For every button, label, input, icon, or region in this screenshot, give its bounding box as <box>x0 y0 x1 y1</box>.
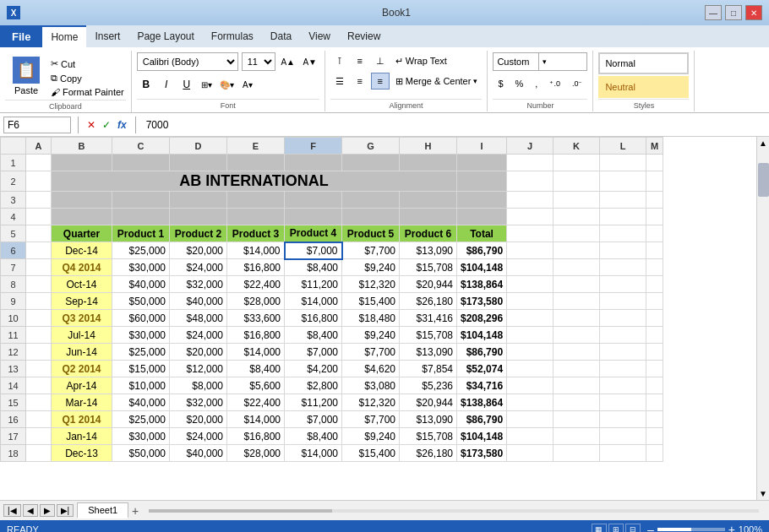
menu-formulas[interactable]: Formulas <box>203 25 262 47</box>
cell-f5[interactable]: Product 4 <box>285 225 342 242</box>
sheet-prev-button[interactable]: ◀ <box>23 504 38 517</box>
align-left-button[interactable]: ☰ <box>330 73 349 90</box>
cell-g10[interactable]: $18,480 <box>342 310 400 327</box>
cell-f16[interactable]: $7,000 <box>285 411 342 428</box>
cell-m17[interactable] <box>646 428 663 445</box>
cell-m16[interactable] <box>646 411 663 428</box>
row-num-8[interactable]: 8 <box>1 276 26 293</box>
cell-g11[interactable]: $9,240 <box>342 327 400 344</box>
cell-g7[interactable]: $9,240 <box>342 259 400 276</box>
wrap-text-button[interactable]: ↵ Wrap Text <box>391 52 451 69</box>
col-header-d[interactable]: D <box>170 138 227 155</box>
cell-j2[interactable] <box>507 171 554 192</box>
cell-a17[interactable] <box>26 428 52 445</box>
cell-d12[interactable]: $20,000 <box>170 344 227 361</box>
number-format-dropdown[interactable]: Custom ▾ <box>493 52 587 71</box>
cell-j16[interactable] <box>507 411 554 428</box>
cell-k17[interactable] <box>554 428 600 445</box>
menu-page-layout[interactable]: Page Layout <box>128 25 202 47</box>
page-layout-view-button[interactable]: ⊞ <box>608 524 624 532</box>
merge-center-button[interactable]: ⊞ Merge & Center ▾ <box>391 73 483 90</box>
cell-e11[interactable]: $16,800 <box>227 327 285 344</box>
row-num-9[interactable]: 9 <box>1 293 26 310</box>
row-num-15[interactable]: 15 <box>1 394 26 411</box>
cell-b6[interactable]: Dec-14 <box>52 242 112 259</box>
cell-c15[interactable]: $40,000 <box>112 394 170 411</box>
cell-m2[interactable] <box>646 171 663 192</box>
copy-button[interactable]: ⧉ Copy <box>49 72 126 84</box>
decrease-decimal-button[interactable]: .0⁻ <box>567 75 588 92</box>
neutral-style-button[interactable]: Neutral <box>598 76 689 98</box>
cell-a8[interactable] <box>26 276 52 293</box>
cell-f15[interactable]: $11,200 <box>285 394 342 411</box>
align-middle-button[interactable]: ≡ <box>351 52 369 69</box>
cell-b16-quarter[interactable]: Q1 2014 <box>52 411 112 428</box>
cell-l10[interactable] <box>600 310 646 327</box>
row-num-11[interactable]: 11 <box>1 327 26 344</box>
menu-insert[interactable]: Insert <box>86 25 128 47</box>
cell-g5[interactable]: Product 5 <box>342 225 400 242</box>
row-num-4[interactable]: 4 <box>1 209 26 225</box>
col-header-l[interactable]: L <box>600 138 646 155</box>
cell-i9[interactable]: $173,580 <box>457 293 507 310</box>
cell-c5[interactable]: Product 1 <box>112 225 170 242</box>
cell-e4[interactable] <box>227 209 285 225</box>
cell-f4[interactable] <box>285 209 342 225</box>
cell-e18[interactable]: $28,000 <box>227 445 285 462</box>
cell-b5[interactable]: Quarter <box>52 225 112 242</box>
cell-m4[interactable] <box>646 209 663 225</box>
normal-view-button[interactable]: ▦ <box>592 524 607 532</box>
cell-c11[interactable]: $30,000 <box>112 327 170 344</box>
cell-e5[interactable]: Product 3 <box>227 225 285 242</box>
cell-f14[interactable]: $2,800 <box>285 377 342 394</box>
cell-h3[interactable] <box>400 192 457 209</box>
format-painter-button[interactable]: 🖌 Format Painter <box>49 86 126 98</box>
col-header-e[interactable]: E <box>227 138 285 155</box>
sheet-last-button[interactable]: ▶| <box>57 504 74 517</box>
cell-k1[interactable] <box>554 155 600 171</box>
cell-k11[interactable] <box>554 327 600 344</box>
cell-m9[interactable] <box>646 293 663 310</box>
cell-h17[interactable]: $15,708 <box>400 428 457 445</box>
col-header-c[interactable]: C <box>112 138 170 155</box>
cell-b18[interactable]: Dec-13 <box>52 445 112 462</box>
currency-button[interactable]: $ <box>493 75 508 92</box>
cell-f3[interactable] <box>285 192 342 209</box>
row-num-3[interactable]: 3 <box>1 192 26 209</box>
cell-b3[interactable] <box>52 192 112 209</box>
cell-title[interactable]: AB INTERNATIONAL <box>52 171 457 192</box>
cell-i7[interactable]: $104,148 <box>457 259 507 276</box>
cell-b17[interactable]: Jan-14 <box>52 428 112 445</box>
cell-d3[interactable] <box>170 192 227 209</box>
cell-c3[interactable] <box>112 192 170 209</box>
cell-j7[interactable] <box>507 259 554 276</box>
cell-i1[interactable] <box>457 155 507 171</box>
cell-b12[interactable]: Jun-14 <box>52 344 112 361</box>
cell-c9[interactable]: $50,000 <box>112 293 170 310</box>
cell-a9[interactable] <box>26 293 52 310</box>
cell-k14[interactable] <box>554 377 600 394</box>
cell-a6[interactable] <box>26 242 52 259</box>
align-top-button[interactable]: ⊺ <box>330 52 349 69</box>
cell-h16[interactable]: $13,090 <box>400 411 457 428</box>
cell-a16[interactable] <box>26 411 52 428</box>
cell-b11[interactable]: Jul-14 <box>52 327 112 344</box>
col-header-g[interactable]: G <box>342 138 400 155</box>
cell-a10[interactable] <box>26 310 52 327</box>
maximize-button[interactable]: □ <box>725 5 742 20</box>
cell-j14[interactable] <box>507 377 554 394</box>
cell-l6[interactable] <box>600 242 646 259</box>
cell-c8[interactable]: $40,000 <box>112 276 170 293</box>
cell-k13[interactable] <box>554 361 600 377</box>
cell-g4[interactable] <box>342 209 400 225</box>
row-num-6[interactable]: 6 <box>1 242 26 259</box>
cell-e6[interactable]: $14,000 <box>227 242 285 259</box>
cell-d15[interactable]: $32,000 <box>170 394 227 411</box>
increase-font-button[interactable]: A▲ <box>279 52 297 71</box>
sheet-scroll-thumb[interactable] <box>149 509 332 513</box>
cell-j17[interactable] <box>507 428 554 445</box>
cell-h4[interactable] <box>400 209 457 225</box>
col-header-m[interactable]: M <box>646 138 663 155</box>
cell-c4[interactable] <box>112 209 170 225</box>
row-num-10[interactable]: 10 <box>1 310 26 327</box>
